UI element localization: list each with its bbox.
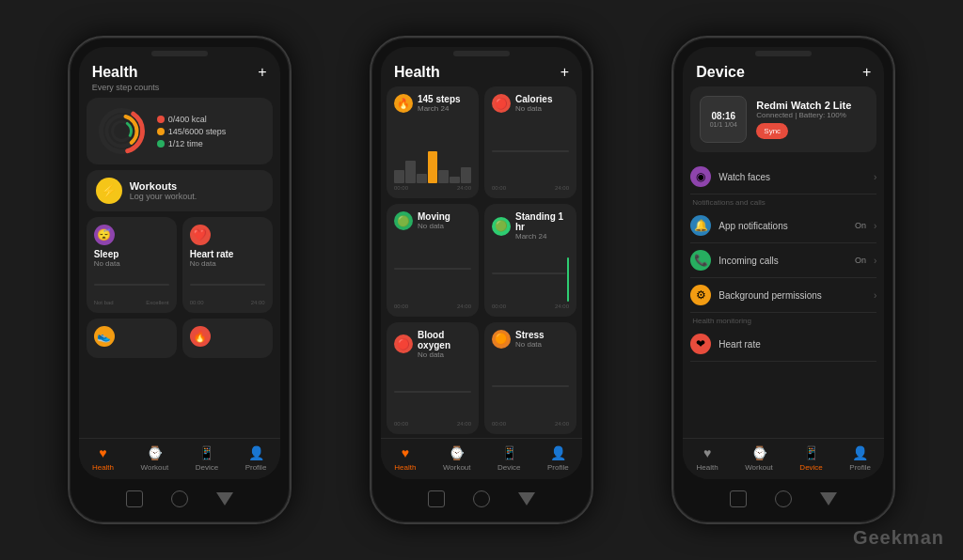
nav-device-1[interactable]: 📱 Device — [196, 444, 218, 472]
nav-profile-1[interactable]: 👤 Profile — [245, 444, 267, 472]
device-nav-icon: 📱 — [198, 444, 215, 461]
workout-card[interactable]: ⚡ Workouts Log your workout. — [87, 170, 273, 211]
stress-icon: 🟠 — [492, 330, 511, 349]
health-monitoring-label: Health monitoring — [690, 313, 876, 327]
profile-2-nav-icon: 👤 — [549, 444, 566, 461]
sleep-icon: 😴 — [94, 225, 115, 245]
profile-3-nav-label: Profile — [849, 463, 871, 472]
metrics-grid: 🔥 145 steps March 24 — [381, 86, 582, 438]
nav-workout-3[interactable]: ⌚ Workout — [745, 444, 773, 472]
nav-device-2[interactable]: 📱 Device — [497, 444, 520, 472]
nav-health-3[interactable]: ♥ Health — [697, 444, 718, 472]
sleep-title: Sleep — [94, 249, 169, 259]
watch-info: Redmi Watch 2 Lite Connected | Battery: … — [756, 100, 867, 139]
stress-chart — [492, 354, 569, 419]
heartrate-title: Heart rate — [190, 249, 265, 259]
phone2-plus[interactable]: + — [560, 64, 569, 81]
workout-title: Workouts — [130, 180, 197, 192]
device-content: 08:16 01/1 1/04 Redmi Watch 2 Lite Conne… — [683, 86, 884, 438]
workout-nav-label: Workout — [141, 463, 169, 472]
phone-1: Health Every step counts + — [68, 36, 292, 524]
sleep-chart — [94, 272, 169, 298]
steps-mini: 👟 — [87, 319, 177, 358]
standing-icon: 🟢 — [492, 217, 511, 236]
stress-date: No data — [515, 340, 545, 349]
workout-3-nav-icon: ⌚ — [750, 444, 767, 461]
sleep-sub: No data — [94, 259, 169, 268]
bg-permissions-row[interactable]: ⚙ Background permissions › — [690, 278, 876, 313]
phone1-header: Health Every step counts + — [79, 47, 280, 98]
app-notif-icon: 🔔 — [690, 215, 711, 236]
bg-permissions-arrow: › — [874, 290, 876, 301]
blood-oxygen-title: Blood oxygen — [418, 330, 471, 350]
sync-button[interactable]: Sync — [756, 123, 788, 139]
blood-oxygen-icon: 🔴 — [394, 334, 413, 353]
steps-chart — [394, 118, 471, 183]
phone1-title: Health — [92, 64, 160, 81]
incoming-calls-value: On — [855, 256, 866, 265]
phone2-bottom-bar — [381, 485, 582, 513]
phone-1-screen: Health Every step counts + — [79, 47, 280, 479]
metric-stress: 🟠 Stress No data 00:0024:00 — [484, 322, 576, 434]
moving-chart — [394, 236, 471, 301]
device-3-nav-label: Device — [799, 463, 822, 472]
workout-2-nav-label: Workout — [443, 463, 471, 472]
metric-blood-oxygen: 🔴 Blood oxygen No data 00:0024:00 — [387, 322, 479, 434]
nav-workout-2[interactable]: ⌚ Workout — [443, 444, 471, 472]
profile-nav-icon: 👤 — [247, 444, 264, 461]
nav-device-3[interactable]: 📱 Device — [799, 444, 822, 472]
standing-title: Standing 1 hr — [515, 211, 569, 232]
standing-chart — [492, 246, 569, 301]
phone3-header: Device + — [683, 47, 884, 86]
incoming-calls-row[interactable]: 📞 Incoming calls On › — [690, 243, 876, 278]
phone-3-screen: Device + 08:16 01/1 1/04 Redmi Watch 2 L… — [683, 47, 884, 479]
watch-faces-row[interactable]: ◉ Watch faces › — [690, 160, 876, 194]
metric-standing: 🟢 Standing 1 hr March 24 00:0024:00 — [484, 204, 576, 316]
more-cards: 👟 🔥 — [87, 319, 273, 358]
phone1-bottom-nav: ♥ Health ⌚ Workout 📱 Device 👤 Profile — [79, 438, 280, 479]
workout-2-nav-icon: ⌚ — [449, 444, 466, 461]
profile-3-nav-icon: 👤 — [852, 444, 869, 461]
nav-profile-3[interactable]: 👤 Profile — [849, 444, 871, 472]
app-notif-value: On — [855, 221, 866, 230]
health-nav-icon: ♥ — [94, 444, 111, 461]
android-home-3 — [775, 490, 792, 507]
moving-icon: 🟢 — [394, 211, 413, 230]
calorie-mini-icon: 🔥 — [190, 326, 211, 347]
moving-date: No data — [418, 222, 450, 230]
nav-health-2[interactable]: ♥ Health — [394, 444, 416, 472]
watch-time: 08:16 — [712, 111, 736, 121]
calories-icon: 🔴 — [492, 94, 511, 113]
activity-card: 0/400 kcal 145/6000 steps 1/12 time — [87, 98, 273, 164]
device-3-nav-icon: 📱 — [803, 444, 820, 461]
phone2-title: Health — [394, 64, 440, 81]
phone3-plus[interactable]: + — [862, 64, 871, 81]
phone-3: Device + 08:16 01/1 1/04 Redmi Watch 2 L… — [671, 36, 895, 524]
nav-workout-1[interactable]: ⌚ Workout — [141, 444, 169, 472]
workout-3-nav-label: Workout — [745, 463, 773, 472]
phone-2: Health + 🔥 145 steps March 24 — [370, 36, 593, 524]
workout-icon: ⚡ — [96, 178, 122, 204]
workout-nav-icon: ⌚ — [146, 444, 163, 461]
phone1-plus[interactable]: + — [258, 64, 266, 81]
steps-m-date: March 24 — [418, 104, 461, 113]
nav-profile-2[interactable]: 👤 Profile — [547, 444, 569, 472]
health-cards: 😴 Sleep No data Not badExcellent ❤️ Hear… — [87, 217, 273, 313]
device-2-nav-icon: 📱 — [500, 444, 517, 461]
sleep-card: 😴 Sleep No data Not badExcellent — [87, 217, 177, 313]
app-notif-arrow: › — [874, 221, 876, 231]
app-notif-label: App notifications — [718, 221, 847, 231]
app-notif-row[interactable]: 🔔 App notifications On › — [690, 209, 876, 243]
device-heartrate-row[interactable]: ❤ Heart rate — [690, 327, 876, 362]
watch-faces-icon: ◉ — [690, 166, 711, 187]
calories-title: Calories — [515, 94, 552, 104]
bg-permissions-icon: ⚙ — [690, 285, 711, 305]
watch-date-display: 01/1 1/04 — [710, 121, 737, 128]
calories-chart — [492, 118, 569, 183]
heartrate-chart — [190, 272, 265, 298]
profile-2-nav-label: Profile — [547, 463, 569, 472]
nav-health-1[interactable]: ♥ Health — [92, 444, 114, 472]
moving-title: Moving — [418, 211, 450, 222]
stat-steps: 145/6000 steps — [157, 127, 227, 136]
phone3-bottom-nav: ♥ Health ⌚ Workout 📱 Device 👤 Profile — [683, 438, 884, 479]
